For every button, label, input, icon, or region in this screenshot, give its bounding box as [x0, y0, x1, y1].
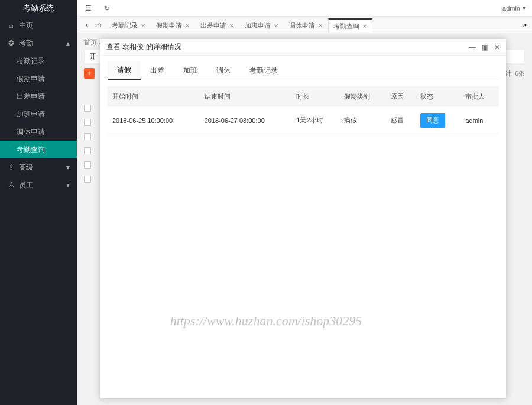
col-type: 假期类别 [339, 86, 386, 107]
tab-nav-more[interactable]: » [518, 17, 532, 33]
detail-dialog: 查看 袁相俊 的详细情况 — ▣ ✕ 请假 出差 加班 调休 考勤记录 开始时间… [100, 39, 506, 398]
sidebar-item-attendance-query[interactable]: 考勤查询 [0, 141, 77, 158]
sidebar-item-home[interactable]: ⌂ 主页 [0, 17, 77, 34]
row-checkbox[interactable] [84, 176, 91, 183]
tab-attendance-record[interactable]: 考勤记录✕ [106, 18, 151, 33]
row-checkbox[interactable] [84, 105, 91, 112]
tab-nav-prev[interactable]: ‹ [82, 17, 92, 33]
tab-overtime-request[interactable]: 加班申请✕ [239, 18, 284, 33]
bg-partial-text: 开 [89, 51, 96, 61]
close-icon[interactable]: ✕ [141, 22, 145, 29]
refresh-icon[interactable]: ↻ [102, 3, 112, 14]
tab-leave-request[interactable]: 假期申请✕ [151, 18, 195, 33]
chevron-up-icon: ▴ [66, 39, 70, 47]
close-icon[interactable]: ✕ [318, 22, 323, 29]
cell-end: 2018-06-27 08:00:00 [200, 107, 292, 134]
minimize-icon[interactable]: — [469, 43, 476, 51]
chevron-down-icon: ▾ [66, 181, 70, 189]
maximize-icon[interactable]: ▣ [482, 43, 488, 51]
row-checkbox[interactable] [84, 133, 91, 140]
user-icon: ♙ [7, 181, 15, 189]
row-checkbox[interactable] [84, 147, 91, 154]
sidebar-item-travel-request[interactable]: 出差申请 [0, 88, 77, 105]
cell-reason: 感冒 [386, 107, 416, 134]
dialog-tab-travel[interactable]: 出差 [141, 61, 174, 80]
tab-home[interactable]: ⌂ [92, 17, 106, 33]
col-end: 结束时间 [200, 86, 292, 107]
app-title: 考勤系统 [0, 0, 77, 17]
sidebar-item-label: 员工 [19, 180, 33, 190]
close-icon[interactable]: ✕ [362, 23, 367, 30]
dialog-title: 查看 袁相俊 的详细情况 [106, 42, 181, 52]
close-icon[interactable]: ✕ [229, 22, 234, 29]
col-reason: 原因 [386, 86, 416, 107]
user-dropdown[interactable]: admin ▾ [502, 4, 526, 12]
col-status: 状态 [416, 86, 460, 107]
status-button[interactable]: 同意 [420, 113, 445, 128]
menu-toggle-icon[interactable]: ☰ [83, 3, 93, 14]
table-row: 2018-06-25 10:00:00 2018-06-27 08:00:00 … [108, 107, 499, 134]
caret-down-icon: ▾ [523, 4, 526, 12]
sidebar-item-resttime-request[interactable]: 调休申请 [0, 123, 77, 141]
col-duration: 时长 [291, 86, 339, 107]
dialog-tab-overtime[interactable]: 加班 [174, 61, 207, 80]
cell-start: 2018-06-25 10:00:00 [108, 107, 200, 134]
sidebar-item-employee[interactable]: ♙ 员工 ▾ [0, 176, 77, 194]
close-icon[interactable]: ✕ [274, 22, 278, 29]
sidebar-item-label: 高级 [19, 163, 33, 173]
tab-attendance-query[interactable]: 考勤查询✕ [328, 18, 372, 33]
advanced-icon: ⇪ [7, 163, 15, 171]
sidebar-item-overtime-request[interactable]: 加班申请 [0, 105, 77, 123]
attendance-icon: ✪ [7, 39, 15, 47]
sidebar-item-advanced[interactable]: ⇪ 高级 ▾ [0, 158, 77, 176]
dialog-tab-resttime[interactable]: 调休 [207, 61, 240, 80]
chevron-down-icon: ▾ [66, 163, 70, 171]
tab-travel-request[interactable]: 出差申请✕ [195, 18, 239, 33]
record-count: 计: 6条 [505, 69, 525, 78]
close-icon[interactable]: ✕ [185, 22, 190, 29]
dialog-tab-leave[interactable]: 请假 [108, 61, 141, 80]
row-checkbox[interactable] [84, 119, 91, 126]
cell-type: 病假 [339, 107, 386, 134]
cell-duration: 1天2小时 [291, 107, 339, 134]
col-approver: 审批人 [460, 86, 499, 107]
row-checkbox[interactable] [84, 161, 91, 169]
tab-resttime-request[interactable]: 调休申请✕ [284, 18, 328, 33]
col-start: 开始时间 [108, 86, 200, 107]
sidebar-item-leave-request[interactable]: 假期申请 [0, 70, 77, 88]
sidebar-item-attendance[interactable]: ✪ 考勤 ▴ [0, 34, 77, 52]
sidebar-item-attendance-record[interactable]: 考勤记录 [0, 52, 77, 70]
close-icon[interactable]: ✕ [494, 43, 500, 51]
cell-approver: admin [460, 107, 499, 134]
home-icon: ⌂ [7, 21, 15, 30]
sidebar-item-label: 考勤 [19, 38, 33, 48]
add-button[interactable]: + [84, 68, 95, 79]
user-name: admin [502, 5, 520, 12]
dialog-tab-records[interactable]: 考勤记录 [240, 61, 287, 80]
sidebar-item-label: 主页 [19, 21, 33, 31]
